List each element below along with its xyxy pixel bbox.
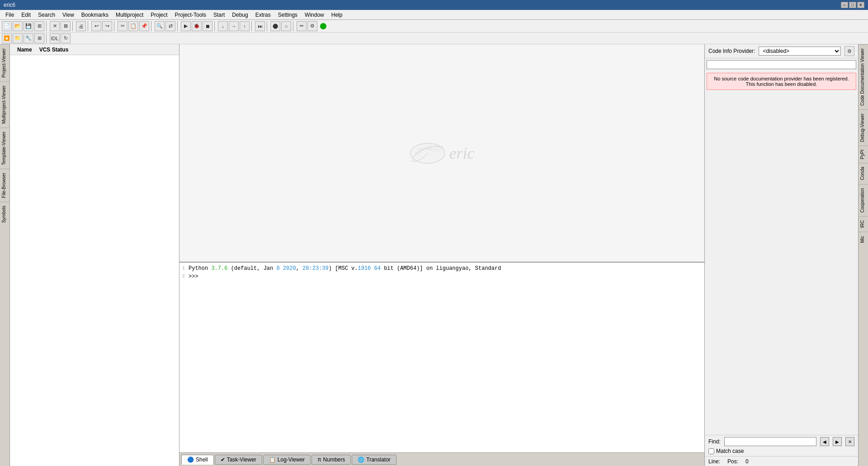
find-bar: Find: ◀ ▶ ✕ <box>705 435 858 448</box>
separator-6 <box>177 21 179 31</box>
menu-start[interactable]: Start <box>210 11 228 19</box>
match-case-checkbox[interactable] <box>708 448 714 454</box>
find-close-button[interactable]: ✕ <box>845 437 854 446</box>
tb-open[interactable]: 📂 <box>13 21 23 31</box>
menu-project-tools[interactable]: Project-Tools <box>171 11 210 19</box>
shell-tab-icon: 🔵 <box>187 457 194 463</box>
tb-breakpoint[interactable]: ⬤ <box>270 21 280 31</box>
rsidebar-mic[interactable]: Mic <box>859 232 868 247</box>
menu-bookmarks[interactable]: Bookmarks <box>78 11 112 19</box>
tb-cut[interactable]: ✂ <box>118 21 127 31</box>
tb-close-all[interactable]: ⊠ <box>61 21 71 31</box>
tb-step-out[interactable]: ↑ <box>240 21 250 31</box>
status-bar: Line: Pos: 0 <box>705 456 858 466</box>
tb2-4[interactable]: ⊞ <box>34 33 44 43</box>
left-panel: Name VCS Status <box>10 44 179 466</box>
rsidebar-cooperation[interactable]: Cooperation <box>859 184 868 216</box>
tb-edit-mode[interactable]: ✏ <box>297 21 307 31</box>
menu-help[interactable]: Help <box>328 11 346 19</box>
tab-shell[interactable]: 🔵 Shell <box>181 455 214 465</box>
rsidebar-pypi[interactable]: PyPI <box>859 146 868 163</box>
tb-run[interactable]: ▶ <box>181 21 191 31</box>
right-notice: No source code documentation provider ha… <box>707 73 856 90</box>
sidebar-item-project-viewer[interactable]: Project-Viewer <box>0 44 9 81</box>
menu-search[interactable]: Search <box>34 11 59 19</box>
rsidebar-debug-viewer[interactable]: Debug-Viewer <box>859 109 868 146</box>
separator-8 <box>251 21 253 31</box>
tb-save[interactable]: 💾 <box>24 21 33 31</box>
tb-copy[interactable]: 📋 <box>128 21 138 31</box>
find-prev-button[interactable]: ◀ <box>820 437 829 446</box>
sidebar-item-file-browser[interactable]: File-Browser <box>0 169 9 202</box>
tb-debug[interactable]: 🐞 <box>192 21 202 31</box>
code-info-select[interactable]: <disabled> <box>759 47 841 56</box>
separator-1 <box>46 21 48 31</box>
toolbar-secondary: 🔼 📁 🔧 ⊞ IDL ↻ <box>0 33 868 44</box>
menu-debug[interactable]: Debug <box>228 11 251 19</box>
line-number-1: 1 <box>179 264 189 273</box>
menu-multiproject[interactable]: Multiproject <box>112 11 147 19</box>
numbers-label: Numbers <box>323 457 345 463</box>
rsidebar-conda[interactable]: Conda <box>859 163 868 184</box>
shell-line-1: 1 Python 3.7.6 (default, Jan 8 2020, 20:… <box>179 264 703 273</box>
menu-view[interactable]: View <box>59 11 78 19</box>
tb2-idl[interactable]: IDL <box>50 33 60 43</box>
tb-undo[interactable]: ↩ <box>91 21 101 31</box>
tb-step[interactable]: ↓ <box>218 21 228 31</box>
tb-paste[interactable]: 📌 <box>139 21 149 31</box>
maximize-button[interactable]: □ <box>849 2 856 8</box>
tb-clear-bp[interactable]: ○ <box>281 21 291 31</box>
match-case-label[interactable]: Match case <box>708 448 744 454</box>
separator-7 <box>214 21 216 31</box>
tb-stop[interactable]: ⏹ <box>203 21 212 31</box>
menu-edit[interactable]: Edit <box>18 11 34 19</box>
tb-new[interactable]: 📄 <box>2 21 12 31</box>
tb-print[interactable]: 🖨 <box>76 21 86 31</box>
translator-icon: 🌐 <box>358 457 364 463</box>
tab-numbers[interactable]: π Numbers <box>311 455 351 465</box>
menu-file[interactable]: File <box>2 11 18 19</box>
tb2-2[interactable]: 📁 <box>13 33 23 43</box>
shell-content[interactable]: 1 Python 3.7.6 (default, Jan 8 2020, 20:… <box>179 263 704 452</box>
menu-project[interactable]: Project <box>147 11 171 19</box>
left-sidebar-tabs: Project-Viewer Multiproject-Viewer Templ… <box>0 44 10 466</box>
shell-prompt[interactable]: >>> <box>189 273 198 281</box>
tb2-3[interactable]: 🔧 <box>24 33 33 43</box>
tb-replace[interactable]: ⇄ <box>165 21 175 31</box>
python-version: 3.7.6 <box>211 265 227 272</box>
pos-value: 0 <box>745 458 749 465</box>
tab-log-viewer[interactable]: 📋 Log-Viewer <box>263 455 311 465</box>
numbers-icon: π <box>317 457 321 463</box>
shell-area[interactable]: 1 Python 3.7.6 (default, Jan 8 2020, 20:… <box>179 263 704 452</box>
tb-find[interactable]: 🔍 <box>155 21 165 31</box>
tab-translator[interactable]: 🌐 Translator <box>352 455 396 465</box>
green-status-dot <box>320 23 326 29</box>
close-button[interactable]: ✕ <box>857 2 864 8</box>
window-title: eric6 <box>4 2 15 8</box>
tb-save-all[interactable]: ⊞ <box>34 21 44 31</box>
eric-logo-text: eric <box>449 144 475 163</box>
find-input[interactable] <box>724 437 816 446</box>
menu-window[interactable]: Window <box>301 11 328 19</box>
tb2-1[interactable]: 🔼 <box>2 33 12 43</box>
tb-close[interactable]: ✕ <box>50 21 60 31</box>
tab-task-viewer[interactable]: ✔ Task-Viewer <box>215 455 262 465</box>
separator-10 <box>293 21 295 31</box>
rsidebar-irc[interactable]: IRC <box>859 216 868 231</box>
sidebar-item-template-viewer[interactable]: Template-Viewer <box>0 127 9 169</box>
sidebar-item-multiproject-viewer[interactable]: Multiproject-Viewer <box>0 81 9 127</box>
rsidebar-code-doc[interactable]: Code Documentation Viewer <box>859 44 868 109</box>
line-number-2: 2 <box>179 273 189 281</box>
right-search-input[interactable] <box>707 60 856 69</box>
find-next-button[interactable]: ▶ <box>833 437 842 446</box>
tb-settings-tb[interactable]: ⚙ <box>307 21 317 31</box>
menu-settings[interactable]: Settings <box>274 11 301 19</box>
tb-redo[interactable]: ↪ <box>102 21 112 31</box>
tb-step-over[interactable]: → <box>229 21 239 31</box>
code-info-settings-button[interactable]: ⚙ <box>844 46 854 56</box>
sidebar-item-symbols[interactable]: Symbols <box>0 202 9 226</box>
tb2-refresh[interactable]: ↻ <box>61 33 71 43</box>
minimize-button[interactable]: ─ <box>841 2 848 8</box>
menu-extras[interactable]: Extras <box>252 11 274 19</box>
tb-continue[interactable]: ⏭ <box>255 21 265 31</box>
